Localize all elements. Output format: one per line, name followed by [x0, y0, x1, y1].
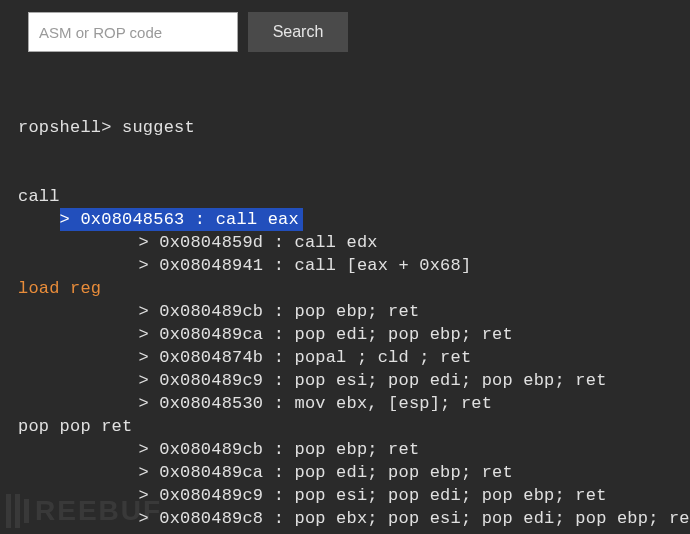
separator: : [184, 210, 215, 229]
chevron-right-icon: > [138, 256, 159, 275]
gadget-row[interactable]: > 0x080489c9 : pop esi; pop edi; pop ebp… [18, 369, 672, 392]
gadget-address: 0x0804874b [159, 348, 263, 367]
gadget-row[interactable]: > 0x080489c8 : pop ebx; pop esi; pop edi… [18, 507, 672, 530]
gadget-address: 0x080489c9 [159, 371, 263, 390]
gadget-address: 0x0804859d [159, 233, 263, 252]
terminal-output: ropshell> suggest call > 0x08048563 : ca… [18, 70, 672, 534]
gadget-instruction: mov ebx, [esp]; ret [294, 394, 492, 413]
separator: : [263, 233, 294, 252]
gadget-instruction: pop edi; pop ebp; ret [294, 325, 512, 344]
prompt-command: suggest [122, 118, 195, 137]
gadget-row[interactable]: > 0x08048530 : mov ebx, [esp]; ret [18, 392, 672, 415]
separator: : [263, 348, 294, 367]
search-input[interactable] [28, 12, 238, 52]
chevron-right-icon: > [138, 394, 159, 413]
gadget-instruction: pop esi; pop edi; pop ebp; ret [294, 486, 606, 505]
gadget-row[interactable]: > 0x0804859d : call edx [18, 231, 672, 254]
gadget-address: 0x080489ca [159, 463, 263, 482]
gadget-instruction: pop ebx; pop esi; pop edi; pop ebp; ret [294, 509, 690, 528]
gadget-row[interactable]: > 0x080489c9 : pop esi; pop edi; pop ebp… [18, 484, 672, 507]
gadget-instruction: pop esi; pop edi; pop ebp; ret [294, 371, 606, 390]
separator: : [263, 486, 294, 505]
separator: : [263, 509, 294, 528]
group-header: call [18, 185, 672, 208]
prompt-label: ropshell> [18, 118, 112, 137]
gadget-instruction: call [eax + 0x68] [294, 256, 471, 275]
chevron-right-icon: > [138, 371, 159, 390]
group-header: pop pop ret [18, 415, 672, 438]
search-button[interactable]: Search [248, 12, 348, 52]
gadget-row[interactable]: > 0x080489ca : pop edi; pop ebp; ret [18, 323, 672, 346]
gadget-row[interactable]: > 0x080489cb : pop ebp; ret [18, 438, 672, 461]
gadget-address: 0x080489c8 [159, 509, 263, 528]
chevron-right-icon: > [138, 325, 159, 344]
separator: : [263, 256, 294, 275]
chevron-right-icon: > [138, 463, 159, 482]
chevron-right-icon: > [138, 233, 159, 252]
gadget-row[interactable]: > 0x0804874b : popal ; cld ; ret [18, 346, 672, 369]
search-bar: Search [28, 12, 672, 52]
chevron-right-icon: > [138, 348, 159, 367]
gadget-address: 0x08048563 [80, 210, 184, 229]
gadget-row[interactable]: > 0x080489ca : pop edi; pop ebp; ret [18, 461, 672, 484]
gadget-row[interactable]: > 0x08048941 : call [eax + 0x68] [18, 254, 672, 277]
gadget-address: 0x080489ca [159, 325, 263, 344]
gadget-instruction: pop ebp; ret [294, 440, 419, 459]
gadget-instruction: call eax [216, 210, 299, 229]
gadget-address: 0x08048941 [159, 256, 263, 275]
separator: : [263, 440, 294, 459]
group-header: load reg [18, 277, 672, 300]
separator: : [263, 371, 294, 390]
chevron-right-icon: > [138, 302, 159, 321]
separator: : [263, 302, 294, 321]
chevron-right-icon: > [138, 440, 159, 459]
gadget-row[interactable]: > 0x080489cb : pop ebp; ret [18, 300, 672, 323]
gadget-row[interactable]: > 0x08048563 : call eax [18, 208, 672, 231]
chevron-right-icon: > [138, 509, 159, 528]
gadget-instruction: pop ebp; ret [294, 302, 419, 321]
gadget-address: 0x080489c9 [159, 486, 263, 505]
prompt-line: ropshell> suggest [18, 116, 672, 139]
separator: : [263, 325, 294, 344]
chevron-right-icon: > [138, 486, 159, 505]
gadget-instruction: pop edi; pop ebp; ret [294, 463, 512, 482]
gadget-address: 0x080489cb [159, 440, 263, 459]
separator: : [263, 463, 294, 482]
group-header: stack pivoting [18, 530, 672, 534]
gadget-instruction: call edx [294, 233, 377, 252]
gadget-address: 0x08048530 [159, 394, 263, 413]
gadget-address: 0x080489cb [159, 302, 263, 321]
gadget-instruction: popal ; cld ; ret [294, 348, 471, 367]
separator: : [263, 394, 294, 413]
chevron-right-icon: > [60, 210, 81, 229]
